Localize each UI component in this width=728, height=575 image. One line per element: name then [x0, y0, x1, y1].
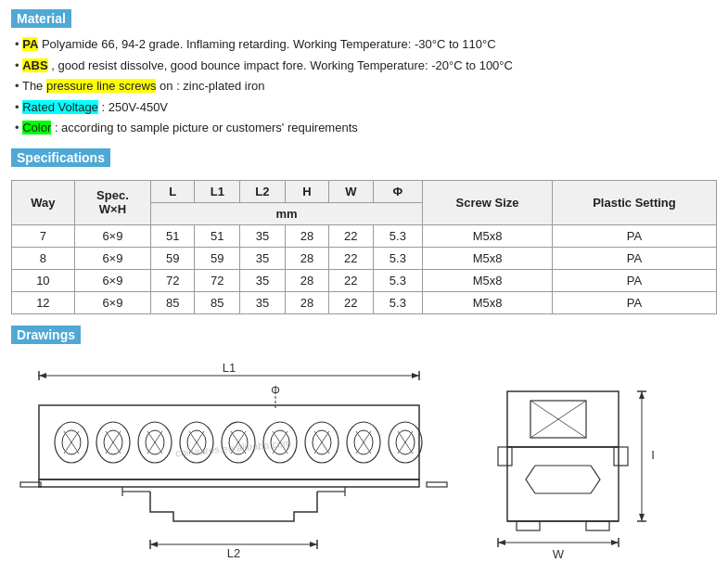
cell-plastic: PA [552, 224, 716, 247]
cell-H: 28 [285, 224, 328, 247]
rated-highlight: Rated Voltage [22, 100, 98, 114]
pressure-post-text: on : zinc-plated iron [160, 79, 264, 93]
left-drawing-svg: L1 Φ [11, 359, 456, 572]
svg-text:L1: L1 [223, 361, 236, 375]
right-drawing-svg: I W [484, 359, 670, 572]
svg-rect-45 [39, 479, 419, 487]
cell-screw: M5x8 [423, 247, 553, 269]
material-item-pressure: The pressure line screws on : zinc-plate… [15, 77, 717, 96]
color-text: : according to sample picture or custome… [55, 121, 358, 134]
svg-marker-64 [639, 514, 645, 521]
svg-rect-78 [507, 447, 619, 521]
pressure-highlight: pressure line screws [46, 79, 157, 93]
table-row: 8 6×9 59 59 35 28 22 5.3 M5x8 PA [12, 247, 717, 269]
col-L: L [151, 180, 195, 202]
cell-spec: 6×9 [74, 291, 150, 313]
cell-H: 28 [285, 269, 328, 291]
drawings-header: Drawings [11, 326, 81, 344]
svg-text:I: I [651, 448, 655, 462]
pa-text: Polyamide 66, 94-2 grade. Inflaming reta… [42, 37, 496, 51]
col-L2: L2 [240, 180, 286, 202]
svg-rect-72 [507, 391, 619, 447]
cell-plastic: PA [552, 291, 716, 313]
cell-L1: 59 [195, 247, 240, 269]
cell-L2: 35 [240, 247, 286, 269]
drawing-left: L1 Φ [11, 359, 456, 575]
svg-marker-4 [39, 373, 46, 378]
material-section: Material PA Polyamide 66, 94-2 grade. In… [11, 9, 717, 137]
col-W: W [329, 180, 373, 202]
svg-marker-56 [150, 542, 158, 547]
cell-L: 59 [151, 247, 195, 269]
specifications-table: Way Spec.W×H L L1 L2 H W Φ Screw Size Pl… [11, 180, 717, 314]
cell-L2: 35 [240, 224, 286, 247]
cell-spec: 6×9 [74, 224, 150, 247]
cell-screw: M5x8 [423, 291, 553, 313]
svg-marker-57 [310, 542, 317, 547]
cell-W: 22 [329, 224, 373, 247]
material-header: Material [11, 9, 71, 28]
pressure-pre-text: The [22, 79, 46, 93]
svg-marker-5 [412, 373, 419, 378]
cell-W: 22 [329, 269, 373, 291]
abs-highlight: ABS [22, 58, 47, 72]
svg-text:L2: L2 [227, 546, 240, 560]
cell-screw: M5x8 [423, 269, 553, 291]
table-header-row-1: Way Spec.W×H L L1 L2 H W Φ Screw Size Pl… [12, 180, 717, 202]
material-item-rated: Rated Voltage : 250V-450V [15, 98, 717, 117]
cell-L: 51 [151, 224, 195, 247]
material-item-abs: ABS , good resist dissolve, good bounce … [15, 57, 717, 75]
specifications-section: Specifications Way Spec.W×H L L1 L2 H W … [11, 148, 717, 314]
cell-spec: 6×9 [74, 269, 150, 291]
color-highlight: Color [22, 121, 51, 134]
col-mm: mm [151, 202, 423, 224]
svg-marker-70 [611, 540, 619, 545]
svg-text:Φ: Φ [271, 384, 280, 397]
drawings-section: Drawings L1 Φ [11, 326, 717, 575]
rated-text: : 250V-450V [101, 100, 168, 114]
col-screw: Screw Size [423, 180, 553, 224]
col-plastic: Plastic Setting [552, 180, 716, 224]
cell-H: 28 [285, 291, 328, 313]
svg-rect-81 [517, 521, 540, 530]
cell-way: 7 [12, 224, 75, 247]
svg-rect-46 [20, 482, 41, 487]
cell-plastic: PA [552, 247, 716, 269]
col-L1: L1 [195, 180, 240, 202]
cell-way: 8 [12, 247, 75, 269]
material-item-pa: PA Polyamide 66, 94-2 grade. Inflaming r… [15, 35, 717, 54]
cell-phi: 5.3 [373, 269, 423, 291]
cell-phi: 5.3 [373, 224, 423, 247]
drawings-content: L1 Φ [11, 359, 717, 575]
col-H: H [285, 180, 328, 202]
cell-spec: 6×9 [74, 247, 150, 269]
specifications-header: Specifications [11, 148, 110, 167]
svg-rect-77 [614, 447, 628, 466]
svg-marker-63 [639, 391, 645, 399]
cell-L2: 35 [240, 269, 286, 291]
col-spec: Spec.W×H [74, 180, 150, 224]
cell-L1: 85 [195, 291, 240, 313]
material-list: PA Polyamide 66, 94-2 grade. Inflaming r… [11, 35, 717, 137]
cell-L2: 35 [240, 291, 286, 313]
cell-L: 85 [151, 291, 195, 313]
cell-phi: 5.3 [373, 247, 423, 269]
drawing-right: I W [484, 359, 670, 575]
svg-rect-47 [427, 482, 447, 487]
material-item-color: Color : according to sample picture or c… [15, 119, 717, 137]
cell-L1: 51 [195, 224, 240, 247]
cell-screw: M5x8 [423, 224, 553, 247]
svg-rect-76 [498, 447, 512, 466]
pa-highlight: PA [22, 37, 38, 51]
cell-plastic: PA [552, 269, 716, 291]
cell-L: 72 [151, 269, 195, 291]
table-row: 12 6×9 85 85 35 28 22 5.3 M5x8 PA [12, 291, 717, 313]
svg-marker-69 [498, 540, 505, 545]
cell-H: 28 [285, 247, 328, 269]
col-phi: Φ [373, 180, 423, 202]
cell-L1: 72 [195, 269, 240, 291]
table-row: 7 6×9 51 51 35 28 22 5.3 M5x8 PA [12, 224, 717, 247]
page: Material PA Polyamide 66, 94-2 grade. In… [0, 0, 728, 575]
svg-rect-82 [586, 521, 609, 530]
svg-text:chinaares.en.alibaba.com: chinaares.en.alibaba.com [175, 437, 292, 458]
